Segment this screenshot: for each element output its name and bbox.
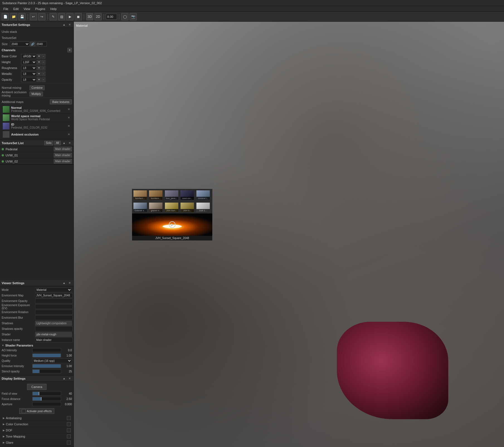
channel-metallic-down[interactable]: ▼: [37, 72, 41, 76]
texset-shader-pedestal[interactable]: Main shader: [54, 147, 72, 151]
display-settings-close-icon[interactable]: ✕: [67, 376, 72, 381]
size-select[interactable]: 2048 512 1024 4096: [10, 41, 30, 46]
sphere-btn[interactable]: ◯: [121, 13, 128, 20]
viewport[interactable]: Material bonfacc... bonface... bus_para.…: [74, 22, 504, 447]
ao-mixing-value[interactable]: Multiply: [30, 92, 43, 96]
channel-opacity-remove[interactable]: −: [42, 77, 45, 82]
texset-shader-uvw02[interactable]: Main shader: [54, 159, 72, 164]
vs-envexposure-input[interactable]: [35, 304, 73, 309]
sp-stencil-slider[interactable]: [32, 369, 61, 373]
tex-close-wsnormal[interactable]: ✕: [67, 116, 71, 120]
vs-envblur-input[interactable]: [35, 315, 73, 320]
channel-metallic-format[interactable]: L8: [21, 72, 36, 76]
env-thumb-caveem[interactable]: cave em...: [180, 190, 194, 200]
env-thumb-jvhsun[interactable]: JVH Sun...: [165, 202, 179, 212]
channel-opacity-down[interactable]: ▼: [37, 77, 41, 82]
sp-heightforce-slider[interactable]: [32, 353, 61, 357]
channel-basecolor-down[interactable]: ▼: [37, 54, 41, 59]
channel-roughness-down[interactable]: ▼: [37, 66, 41, 70]
pe-glare-checkbox[interactable]: [67, 441, 71, 444]
erase-btn[interactable]: ▧: [58, 13, 65, 20]
channel-roughness-format[interactable]: L8: [21, 66, 36, 70]
textureset-settings-header[interactable]: TextureSet Settings ▲ ✕: [0, 22, 74, 28]
vs-shader-value[interactable]: pbr-metal-rough: [35, 332, 72, 337]
env-preview-play-btn[interactable]: ▶: [169, 221, 176, 228]
menu-help[interactable]: Help: [48, 6, 59, 12]
solo-btn[interactable]: Solo: [44, 141, 53, 145]
paint-btn[interactable]: ✎: [50, 13, 57, 20]
channel-basecolor-remove[interactable]: −: [42, 54, 45, 59]
sp-aointensity-slider[interactable]: [32, 348, 61, 352]
add-channel-btn[interactable]: +: [67, 48, 72, 52]
pe-dof-checkbox[interactable]: [67, 428, 71, 432]
display-settings-collapse-icon[interactable]: ▲: [62, 376, 66, 381]
sp-emissive-slider[interactable]: [32, 364, 61, 368]
env-thumb-glazed[interactable]: glazed d...: [149, 202, 163, 212]
ds-fov-slider[interactable]: [32, 392, 61, 396]
size-input[interactable]: [36, 41, 47, 46]
shader-params-header[interactable]: ▼ Shader Parameters: [2, 344, 72, 347]
env-thumb-buspara[interactable]: bus_para...: [165, 190, 179, 200]
env-thumb-bonface[interactable]: bonface...: [149, 190, 163, 200]
pe-antialiasing-checkbox[interactable]: [67, 416, 71, 420]
menu-plugins[interactable]: Plugins: [33, 6, 47, 12]
view2d-btn[interactable]: 2D: [94, 13, 102, 20]
channel-height-format[interactable]: L16F: [21, 60, 36, 65]
view3d-btn[interactable]: 3D: [86, 13, 93, 20]
vs-envrotation-input[interactable]: [35, 310, 73, 315]
open-btn[interactable]: 📁: [10, 13, 17, 20]
menu-view[interactable]: View: [21, 6, 33, 12]
ds-aperture-slider[interactable]: [32, 402, 61, 406]
save-btn[interactable]: 💾: [18, 13, 26, 20]
activate-posteffects-btn[interactable]: Activate post effects: [19, 408, 54, 414]
new-btn[interactable]: 📄: [2, 13, 9, 20]
pe-tonemapping-checkbox[interactable]: [67, 434, 71, 438]
normal-mixing-value[interactable]: Combine: [30, 85, 45, 90]
channel-basecolor-format[interactable]: sRGB8: [21, 54, 36, 59]
vs-mode-select[interactable]: Material: [35, 288, 72, 292]
link-btn[interactable]: 🔗: [30, 41, 35, 46]
ds-focus-slider[interactable]: [32, 397, 61, 401]
select-btn[interactable]: ▶: [66, 13, 74, 20]
texset-list-collapse-icon[interactable]: ▲: [62, 141, 66, 145]
env-thumb-soft1[interactable]: Soft 1...: [196, 202, 210, 212]
texset-list-close-icon[interactable]: ✕: [67, 141, 72, 145]
env-thumb-jvhs2[interactable]: JVH S...: [180, 202, 194, 212]
bake-textures-btn[interactable]: Bake textures: [50, 99, 72, 104]
redo-btn[interactable]: ↪: [38, 13, 45, 20]
all-btn[interactable]: All: [54, 141, 61, 145]
collapse-icon[interactable]: ▲: [62, 23, 66, 27]
camera-btn[interactable]: 📷: [130, 13, 137, 20]
channel-opacity-format[interactable]: L8: [21, 77, 36, 82]
vs-envopacity-input[interactable]: [35, 299, 73, 303]
env-thumb-corsica[interactable]: corsica t...: [196, 190, 210, 200]
channel-metallic-remove[interactable]: −: [42, 72, 45, 76]
tex-close-id[interactable]: ✕: [67, 124, 71, 128]
viewer-settings-collapse-icon[interactable]: ▲: [62, 281, 66, 285]
sp-quality-select[interactable]: Medium (16 spp): [32, 358, 72, 363]
vs-envmap-input[interactable]: JVH_Sunset_Square_2048: [35, 293, 73, 298]
channel-height-remove[interactable]: −: [42, 60, 45, 65]
close-icon[interactable]: ✕: [67, 23, 72, 27]
tex-close-ao[interactable]: ✕: [67, 132, 71, 136]
viewer-settings-header[interactable]: Viewer Settings ▲ ✕: [0, 280, 74, 286]
texset-shader-uvw01[interactable]: Main shader: [54, 153, 72, 158]
channel-height-down[interactable]: ▼: [37, 60, 41, 65]
pe-colorcorrection-checkbox[interactable]: [67, 422, 71, 426]
vs-shadowsopacity-input[interactable]: [35, 326, 73, 331]
vs-instancename-input[interactable]: [35, 338, 73, 342]
undo-btn[interactable]: ↩: [30, 13, 37, 20]
tex-close-normal[interactable]: ✕: [67, 107, 71, 111]
brush-size-input[interactable]: 8.00: [106, 14, 117, 20]
env-thumb-bonfacc[interactable]: bonfacc...: [133, 190, 147, 200]
camera-button[interactable]: Camera: [27, 384, 46, 390]
fill-btn[interactable]: ◼: [75, 13, 82, 20]
vs-shadows-value[interactable]: Lightweight computation: [35, 321, 72, 326]
viewer-settings-close-icon[interactable]: ✕: [67, 281, 72, 285]
display-settings-header[interactable]: Display Settings ▲ ✕: [0, 375, 74, 382]
activate-posteffects-checkbox[interactable]: [22, 409, 26, 413]
menu-file[interactable]: File: [1, 6, 11, 12]
channel-roughness-remove[interactable]: −: [42, 66, 45, 70]
textureset-list-header[interactable]: TextureSet List Solo All ▲ ✕: [0, 140, 74, 146]
env-thumb-gdansk[interactable]: Gdansk s...: [133, 202, 147, 212]
